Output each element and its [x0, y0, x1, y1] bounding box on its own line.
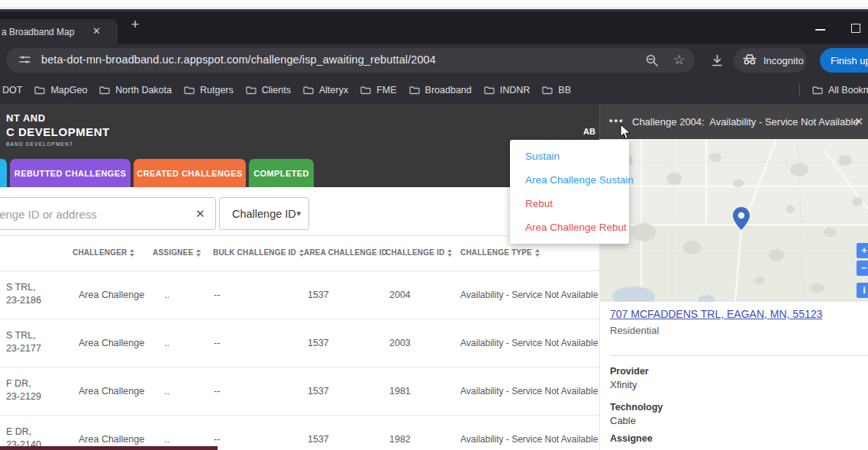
map-zoom-out-button[interactable]: − — [857, 261, 868, 276]
row-challenge-id: 2004 — [389, 290, 411, 300]
site-info-icon[interactable] — [18, 53, 31, 70]
folder-icon — [34, 86, 45, 95]
app-logo: NT AND C DEVELOPMENT BAND DEVELOPMENT — [6, 112, 110, 147]
sort-icon[interactable] — [196, 249, 201, 257]
row-assignee: .. — [164, 290, 169, 300]
bookmark-folder[interactable]: BB — [542, 85, 571, 96]
mouse-cursor-icon — [620, 124, 631, 140]
tab-completed[interactable]: COMPLETED — [249, 159, 314, 187]
row-area-challenge-id: 1537 — [308, 290, 329, 300]
browser-tab-title: a Broadband Map — [2, 27, 74, 37]
challenge-location-map[interactable]: + − i — [599, 139, 868, 302]
panel-close-icon[interactable]: ✕ — [854, 115, 863, 128]
row-challenger: Area Challenge — [79, 434, 144, 445]
map-zoom-in-button[interactable]: + — [857, 243, 868, 258]
url-text[interactable]: beta-dot-mn-broadband.uc.r.appspot.com/c… — [41, 53, 436, 66]
row-bulk-challenge-id: -- — [214, 386, 220, 397]
search-input[interactable]: Challenge ID or address ✕ — [0, 197, 216, 230]
address-bar[interactable]: beta-dot-mn-broadband.uc.r.appspot.com/c… — [6, 48, 695, 73]
window-maximize-icon[interactable] — [851, 24, 860, 33]
search-field-select[interactable]: Challenge ID ▾ — [219, 197, 309, 230]
window-minimize-icon[interactable] — [815, 29, 825, 31]
bookmark-folder[interactable]: North Dakota — [99, 85, 172, 96]
tab-partial[interactable] — [0, 159, 7, 187]
bookmark-folder[interactable]: MapGeo — [34, 85, 87, 96]
menu-item-area-challenge-sustain[interactable]: Area Challenge Sustain — [510, 168, 629, 192]
detail-divider — [610, 355, 868, 356]
bookmark-folder[interactable]: Broadband — [409, 85, 472, 96]
finish-update-button[interactable]: Finish update — [820, 48, 868, 73]
row-bulk-challenge-id: -- — [214, 434, 220, 445]
browser-tab[interactable]: a Broadband Map ✕ — [0, 19, 118, 44]
search-placeholder: Challenge ID or address — [0, 208, 97, 221]
col-header-challenge-type[interactable]: CHALLENGE TYPE — [460, 248, 540, 257]
bookmark-item[interactable]: DOT — [2, 85, 22, 96]
row-bulk-challenge-id: -- — [214, 338, 220, 348]
address-type: Residential — [610, 325, 659, 336]
menu-item-rebut[interactable]: Rebut — [510, 192, 629, 215]
row-assignee: .. — [164, 434, 169, 445]
row-bulk-challenge-id: -- — [214, 290, 220, 300]
taskbar-fragment — [0, 446, 218, 450]
tab-close-icon[interactable]: ✕ — [92, 25, 101, 37]
challenge-panel-titlebar: ••• Challenge 2004: Availability - Servi… — [599, 104, 868, 139]
chevron-down-icon: ▾ — [296, 209, 301, 219]
tab-rebutted-challenges[interactable]: REBUTTED CHALLENGES — [10, 159, 131, 187]
map-info-button[interactable]: i — [857, 283, 868, 298]
bookmarks-separator — [799, 84, 800, 96]
row-challenger: Area Challenge — [79, 338, 144, 348]
folder-icon — [409, 86, 420, 95]
bookmark-folder[interactable]: Alteryx — [303, 85, 348, 96]
new-tab-icon[interactable]: + — [126, 16, 144, 34]
tab-created-challenges[interactable]: CREATED CHALLENGES — [134, 159, 246, 187]
row-address: S TRL,23-2177 — [6, 329, 41, 355]
sort-icon[interactable] — [130, 249, 134, 257]
folder-icon — [246, 86, 257, 95]
row-challenger: Area Challenge — [79, 290, 144, 300]
bookmark-star-icon[interactable]: ☆ — [673, 52, 685, 68]
col-header-area-challenge-id: AREA CHALLENGE ID — [304, 248, 387, 257]
incognito-label: Incognito — [763, 55, 804, 66]
folder-icon — [484, 86, 495, 95]
folder-icon — [542, 86, 553, 95]
incognito-icon — [742, 53, 757, 67]
address-link[interactable]: 707 MCFADDENS TRL, EAGAN, MN, 55123 — [610, 308, 822, 320]
col-header-bulk-challenge-id[interactable]: BULK CHALLENGE ID — [213, 248, 304, 257]
technology-value: Cable — [610, 415, 636, 426]
bookmark-folder[interactable]: INDNR — [484, 85, 531, 96]
folder-icon — [184, 86, 195, 95]
folder-icon — [360, 86, 371, 95]
table-row[interactable]: F DR,23-2129 Area Challenge .. -- 1537 1… — [0, 367, 599, 416]
bookmark-folder[interactable]: Rutgers — [184, 85, 234, 96]
row-challenge-type: Availability - Service Not Available — [460, 434, 598, 445]
row-area-challenge-id: 1537 — [308, 434, 329, 445]
table-row[interactable]: S TRL,23-2186 Area Challenge .. -- 1537 … — [0, 271, 599, 319]
row-challenge-id: 1981 — [389, 386, 411, 397]
col-header-challenge-id[interactable]: CHALLENGE ID — [386, 248, 452, 257]
folder-icon — [99, 86, 110, 95]
challenge-action-menu: Sustain Area Challenge Sustain Rebut Are… — [510, 140, 629, 244]
search-clear-icon[interactable]: ✕ — [195, 207, 205, 221]
sort-icon[interactable] — [447, 249, 452, 257]
col-header-challenger[interactable]: CHALLENGER — [73, 248, 134, 257]
col-header-assignee[interactable]: ASSIGNEE — [153, 248, 201, 257]
menu-item-area-challenge-rebut[interactable]: Area Challenge Rebut — [510, 215, 629, 239]
desktop-strip — [0, 0, 868, 8]
sort-icon[interactable] — [535, 249, 540, 257]
bookmark-folder[interactable]: Clients — [246, 85, 291, 96]
map-marker-icon[interactable] — [731, 206, 751, 234]
download-icon[interactable] — [710, 53, 724, 71]
row-assignee: .. — [164, 386, 169, 397]
challenge-panel-title: Challenge 2004: Availability - Service N… — [632, 116, 859, 128]
menu-item-sustain[interactable]: Sustain — [510, 144, 629, 168]
table-row[interactable]: E DR,23-2140 Area Challenge .. -- 1537 1… — [0, 416, 599, 450]
bookmark-folder[interactable]: FME — [360, 85, 396, 96]
zoom-out-page-icon[interactable] — [645, 53, 659, 70]
all-bookmarks-folder[interactable]: All Bookmarks — [812, 76, 868, 104]
table-row[interactable]: S TRL,23-2177 Area Challenge .. -- 1537 … — [0, 319, 599, 367]
technology-label: Technology — [610, 402, 663, 413]
row-challenge-type: Availability - Service Not Available — [460, 386, 598, 397]
row-address: F DR,23-2129 — [6, 377, 41, 403]
user-avatar-initials[interactable]: AB — [583, 127, 595, 136]
folder-icon — [812, 86, 823, 95]
